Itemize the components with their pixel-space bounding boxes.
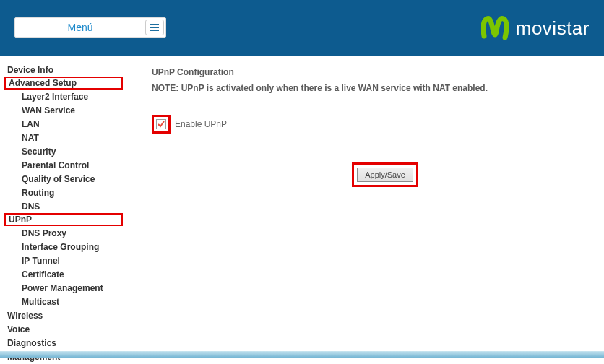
nav-item-label: Voice — [7, 324, 30, 334]
nav-item-label: DNS Proxy — [22, 228, 66, 238]
movistar-m-icon — [481, 13, 509, 43]
enable-upnp-checkbox[interactable] — [156, 119, 166, 129]
nav-item-parental-control[interactable]: Parental Control — [7, 158, 137, 172]
checkmark-icon — [157, 120, 165, 129]
nav-item-label: Quality of Service — [22, 174, 95, 184]
menu-button[interactable]: Menú — [14, 17, 166, 38]
nav-item-label: Device Info — [7, 65, 53, 75]
nav-item-multicast[interactable]: Multicast — [7, 295, 137, 308]
nav-item-label: Multicast — [22, 297, 59, 307]
nav-item-layer2-interface[interactable]: Layer2 Interface — [7, 90, 137, 103]
page-note: NOTE: UPnP is activated only when there … — [152, 83, 590, 93]
page-title: UPnP Configuration — [152, 67, 590, 77]
nav-item-label: Wireless — [7, 311, 43, 321]
nav-item-voice[interactable]: Voice — [7, 322, 137, 336]
enable-upnp-row: Enable UPnP — [152, 115, 590, 134]
nav-item-label: Advanced Setup — [9, 78, 77, 88]
nav-item-label: DNS — [22, 202, 40, 212]
menu-label: Menú — [15, 22, 145, 33]
nav-item-advanced-setup[interactable]: Advanced Setup — [4, 77, 123, 90]
nav-item-wireless[interactable]: Wireless — [7, 308, 137, 322]
nav-item-label: Power Management — [22, 283, 103, 293]
nav-item-interface-grouping[interactable]: Interface Grouping — [7, 240, 137, 254]
nav-item-upnp[interactable]: UPnP — [4, 213, 123, 226]
enable-upnp-label: Enable UPnP — [175, 119, 227, 129]
nav-item-quality-of-service[interactable]: Quality of Service — [7, 172, 137, 186]
apply-save-button[interactable]: Apply/Save — [357, 168, 413, 182]
nav-item-label: UPnP — [9, 214, 32, 225]
nav-item-label: WAN Service — [22, 105, 75, 116]
header: Menú movistar — [0, 0, 604, 56]
nav-item-certificate[interactable]: Certificate — [7, 267, 137, 281]
sidebar: Device InfoAdvanced SetupLayer2 Interfac… — [0, 56, 137, 350]
body: Device InfoAdvanced SetupLayer2 Interfac… — [0, 56, 604, 350]
nav-item-device-info[interactable]: Device Info — [7, 63, 137, 77]
nav-item-label: LAN — [22, 119, 40, 129]
nav-item-ip-tunnel[interactable]: IP Tunnel — [7, 254, 137, 267]
nav-item-label: Routing — [22, 188, 54, 198]
brand-text: movistar — [516, 17, 590, 40]
main-content: UPnP Configuration NOTE: UPnP is activat… — [137, 56, 604, 350]
svg-rect-0 — [150, 24, 159, 25]
nav-item-label: Security — [22, 147, 56, 157]
nav-item-label: Certificate — [22, 269, 64, 280]
svg-rect-1 — [150, 27, 159, 28]
nav-item-dns[interactable]: DNS — [7, 199, 137, 213]
nav-item-security[interactable]: Security — [7, 144, 137, 158]
hamburger-icon[interactable] — [145, 20, 164, 35]
nav-item-nat[interactable]: NAT — [7, 131, 137, 144]
nav-item-dns-proxy[interactable]: DNS Proxy — [7, 226, 137, 240]
nav-item-label: NAT — [22, 133, 39, 143]
footer-stripe — [0, 351, 604, 358]
apply-wrap: Apply/Save — [152, 162, 590, 187]
nav-item-label: Interface Grouping — [22, 242, 99, 252]
nav-item-label: IP Tunnel — [22, 256, 60, 266]
nav-item-diagnostics[interactable]: Diagnostics — [7, 336, 137, 350]
nav-item-lan[interactable]: LAN — [7, 117, 137, 131]
brand-logo: movistar — [481, 13, 590, 43]
nav-item-routing[interactable]: Routing — [7, 186, 137, 199]
apply-highlight: Apply/Save — [352, 162, 418, 187]
nav-item-label: Parental Control — [22, 160, 89, 170]
nav-item-label: Diagnostics — [7, 338, 56, 348]
svg-rect-2 — [150, 30, 159, 31]
nav-item-wan-service[interactable]: WAN Service — [7, 103, 137, 117]
nav-item-label: Layer2 Interface — [22, 92, 88, 102]
nav-item-power-management[interactable]: Power Management — [7, 281, 137, 295]
enable-upnp-highlight — [152, 115, 171, 134]
